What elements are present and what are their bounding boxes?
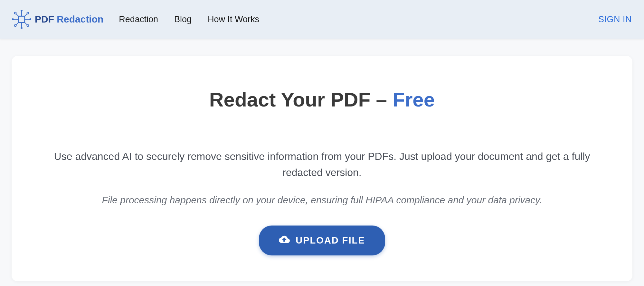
divider: [103, 129, 541, 129]
hero-title-main: Redact Your PDF –: [209, 88, 393, 111]
svg-line-5: [16, 14, 19, 17]
svg-point-13: [14, 12, 16, 14]
nav-how-it-works[interactable]: How It Works: [208, 14, 259, 24]
svg-rect-0: [18, 16, 24, 22]
svg-point-11: [12, 18, 14, 20]
signin-link[interactable]: SIGN IN: [598, 14, 632, 24]
svg-point-14: [27, 12, 29, 14]
svg-line-8: [24, 22, 27, 25]
upload-file-button[interactable]: UPLOAD FILE: [259, 226, 385, 255]
nav-blog[interactable]: Blog: [174, 14, 192, 24]
logo-icon: [12, 10, 31, 29]
svg-point-12: [29, 18, 31, 20]
logo-text: PDF Redaction: [35, 14, 103, 25]
upload-button-label: UPLOAD FILE: [296, 235, 365, 246]
svg-point-15: [14, 24, 16, 26]
cloud-upload-icon: [279, 234, 290, 247]
hero-card: Redact Your PDF – Free Use advanced AI t…: [12, 56, 632, 281]
logo[interactable]: PDF Redaction: [12, 10, 103, 29]
hero-title-highlight: Free: [393, 88, 435, 111]
nav-redaction[interactable]: Redaction: [119, 14, 158, 24]
logo-text-redaction: Redaction: [54, 14, 103, 24]
svg-point-10: [21, 27, 23, 29]
privacy-note: File processing happens directly on your…: [50, 195, 594, 206]
svg-line-7: [16, 22, 19, 25]
hero-description: Use advanced AI to securely remove sensi…: [50, 149, 594, 180]
hero-title: Redact Your PDF – Free: [50, 88, 594, 111]
logo-text-pdf: PDF: [35, 14, 54, 24]
svg-point-16: [27, 24, 29, 26]
main-nav: Redaction Blog How It Works: [119, 14, 259, 24]
svg-line-6: [24, 14, 27, 17]
content-wrapper: Redact Your PDF – Free Use advanced AI t…: [0, 39, 644, 281]
site-header: PDF Redaction Redaction Blog How It Work…: [0, 0, 644, 39]
svg-point-9: [21, 10, 23, 12]
